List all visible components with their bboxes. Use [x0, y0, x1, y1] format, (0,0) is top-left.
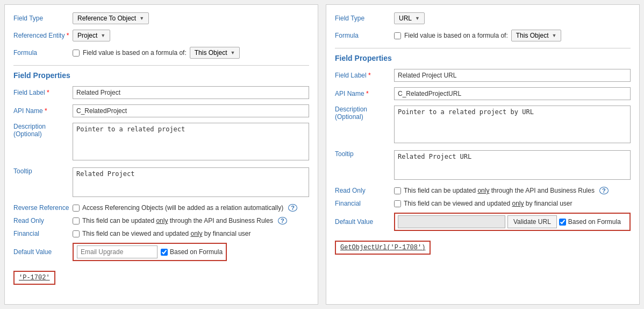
reverse-ref-checkbox[interactable]: [73, 205, 80, 212]
api-name-input-right[interactable]: [394, 87, 631, 100]
chevron-down-icon: ▼: [139, 16, 144, 21]
formula-row-left: Formula Field value is based on a formul…: [13, 47, 309, 59]
field-type-dropdown-right[interactable]: URL ▼: [394, 12, 425, 24]
reverse-ref-checkbox-label: Access Referencing Objects (will be adde…: [73, 204, 309, 212]
tooltip-label-left: Tooltip: [13, 167, 73, 175]
default-value-input-right[interactable]: [398, 215, 505, 228]
read-only-row-right: Read Only This field can be updated only…: [335, 187, 631, 194]
field-label-row-left: Field Label *: [13, 86, 309, 99]
default-value-row-right: Default Value Validate URL Based on Form…: [335, 213, 631, 231]
reverse-ref-label: Reverse Reference: [13, 204, 73, 212]
formula-checkbox-left[interactable]: [73, 50, 80, 57]
formula-code-left: 'P-1702': [13, 271, 55, 285]
formula-checkbox-right[interactable]: [394, 32, 401, 39]
field-type-dropdown[interactable]: Reference To Object ▼: [73, 12, 149, 24]
left-panel: Field Type Reference To Object ▼ Referen…: [4, 4, 318, 305]
financial-row-right: Financial This field can be viewed and u…: [335, 200, 631, 207]
api-name-input-left[interactable]: [73, 104, 309, 117]
read-only-help-right[interactable]: ?: [599, 187, 609, 194]
field-type-label-right: Field Type: [335, 15, 394, 22]
description-input-right[interactable]: Pointer to a related project by URL: [394, 106, 631, 143]
tooltip-row-left: Tooltip Related Project: [13, 167, 309, 199]
financial-checkbox-right[interactable]: [394, 200, 401, 207]
description-label-left: Description(Optional): [13, 123, 73, 138]
read-only-checkbox-left[interactable]: [73, 217, 80, 224]
main-wrapper: Field Type Reference To Object ▼ Referen…: [0, 0, 644, 309]
formula-label-right: Formula: [335, 32, 394, 39]
read-only-help-left[interactable]: ?: [278, 217, 287, 224]
read-only-label-right: Read Only: [335, 187, 394, 194]
reverse-ref-help[interactable]: ?: [288, 204, 297, 212]
read-only-checkbox-right[interactable]: [394, 187, 401, 194]
tooltip-input-left[interactable]: Related Project: [73, 167, 309, 197]
default-value-highlight-right: Validate URL Based on Formula: [394, 213, 631, 231]
api-name-label-right: API Name *: [335, 90, 394, 97]
referenced-entity-row: Referenced Entity * Project ▼: [13, 30, 309, 41]
financial-row-left: Financial This field can be viewed and u…: [13, 230, 309, 237]
formula-object-dropdown-right[interactable]: This Object ▼: [511, 30, 562, 41]
financial-label-left: Financial: [13, 230, 73, 237]
default-value-highlight-left: Based on Formula: [73, 243, 227, 261]
api-name-label-left: API Name *: [13, 107, 73, 115]
tooltip-row-right: Tooltip Related Project URL: [335, 150, 631, 181]
default-value-label-right: Default Value: [335, 218, 394, 226]
api-name-row-left: API Name *: [13, 104, 309, 117]
field-properties-title-left: Field Properties: [13, 71, 309, 80]
referenced-entity-value: Project ▼: [73, 30, 309, 41]
description-row-right: Description(Optional) Pointer to a relat…: [335, 106, 631, 145]
divider-right: [335, 48, 631, 48]
description-label-right: Description(Optional): [335, 106, 394, 121]
field-type-row-right: Field Type URL ▼: [335, 12, 631, 24]
read-only-row-left: Read Only This field can be updated only…: [13, 217, 309, 224]
financial-checkbox-left[interactable]: [73, 230, 80, 237]
default-value-label-left: Default Value: [13, 248, 73, 256]
description-row-left: Description(Optional) Pointer to a relat…: [13, 123, 309, 162]
default-value-input-left[interactable]: [77, 245, 158, 258]
field-type-value: Reference To Object ▼: [73, 12, 309, 24]
formula-row-right: Formula Field value is based on a formul…: [335, 30, 631, 41]
formula-code-right: GetObjectUrl('P-1708'): [335, 241, 431, 255]
field-label-row-right: Field Label *: [335, 69, 631, 82]
validate-url-button[interactable]: Validate URL: [507, 215, 557, 228]
chevron-down-icon: ▼: [552, 33, 556, 38]
field-label-label-left: Field Label *: [13, 89, 73, 96]
field-type-label: Field Type: [13, 15, 73, 22]
field-label-input-right[interactable]: [394, 69, 631, 82]
tooltip-label-right: Tooltip: [335, 150, 394, 158]
field-label-label-right: Field Label *: [335, 72, 394, 79]
api-name-row-right: API Name *: [335, 87, 631, 100]
right-panel: Field Type URL ▼ Formula Field value is …: [326, 4, 640, 305]
referenced-entity-dropdown[interactable]: Project ▼: [73, 30, 110, 41]
based-on-formula-checkbox-left[interactable]: [161, 249, 168, 256]
read-only-label-left: Read Only: [13, 217, 73, 224]
chevron-down-icon: ▼: [415, 16, 420, 21]
based-on-formula-checkbox-right[interactable]: [559, 219, 566, 226]
reverse-ref-row: Reverse Reference Access Referencing Obj…: [13, 204, 309, 212]
formula-label-left: Formula: [13, 49, 73, 57]
description-input-left[interactable]: Pointer to a related project: [73, 123, 309, 160]
default-value-row-left: Default Value Based on Formula: [13, 243, 309, 261]
field-label-input-left[interactable]: [73, 86, 309, 99]
chevron-down-icon: ▼: [230, 50, 235, 55]
field-type-row: Field Type Reference To Object ▼: [13, 12, 309, 24]
financial-label-right: Financial: [335, 200, 394, 207]
formula-object-dropdown-left[interactable]: This Object ▼: [190, 47, 240, 59]
referenced-entity-label: Referenced Entity *: [13, 32, 73, 39]
tooltip-input-right[interactable]: Related Project URL: [394, 150, 631, 180]
field-properties-title-right: Field Properties: [335, 54, 631, 62]
chevron-down-icon: ▼: [101, 33, 105, 38]
divider-left: [13, 65, 309, 66]
